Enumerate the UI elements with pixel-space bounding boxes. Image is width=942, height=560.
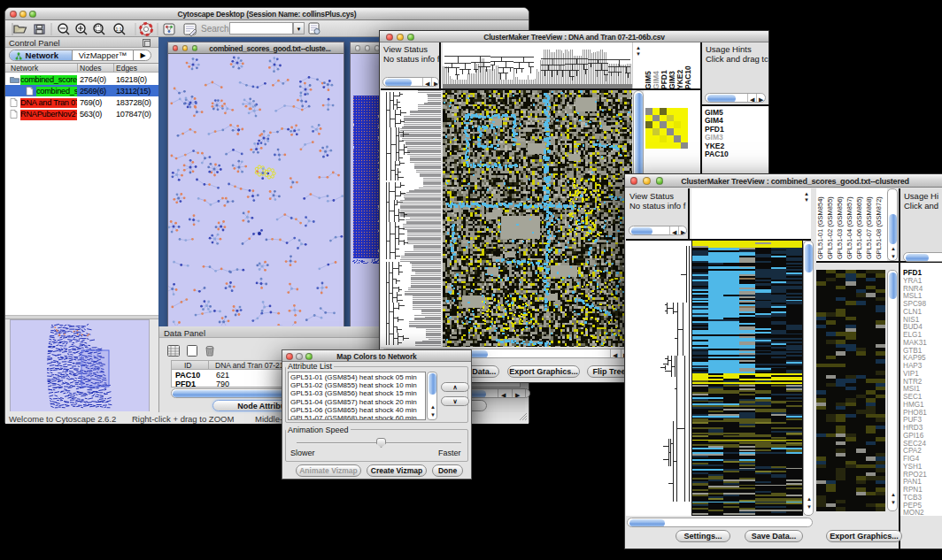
svg-text:1:1: 1:1 — [116, 27, 122, 32]
